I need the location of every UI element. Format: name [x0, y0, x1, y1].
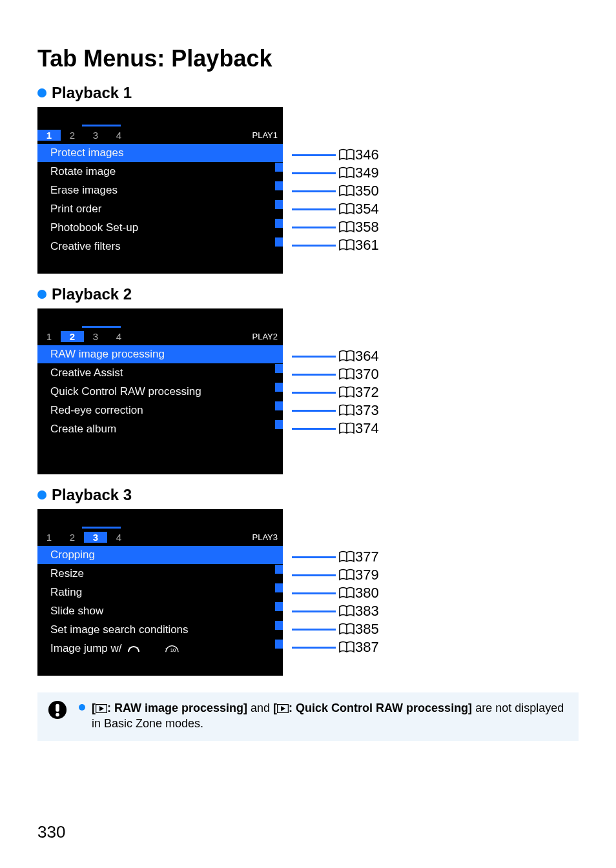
menu-item[interactable]: Slide show	[37, 601, 283, 620]
menu-item[interactable]: Rating	[37, 583, 283, 601]
book-icon	[338, 587, 355, 600]
menu-item[interactable]: Red-eye correction	[37, 401, 283, 419]
playback-tab-icon[interactable]	[82, 509, 121, 529]
menu-screenshot: 1234PLAY3CroppingResizeRatingSlide showS…	[37, 509, 283, 676]
book-icon	[338, 203, 355, 216]
jump10-icon: 10	[165, 644, 180, 653]
custom-tab-icon[interactable]	[200, 107, 239, 126]
play-tab-icon	[277, 704, 289, 713]
mymenu-tab-icon[interactable]	[238, 509, 278, 529]
page-ref: 379	[355, 567, 379, 583]
warning-icon	[48, 700, 67, 732]
bullet-icon	[37, 290, 46, 299]
bullet-icon	[37, 88, 46, 97]
page-ref: 387	[355, 639, 379, 656]
camera-tab-icon[interactable]	[43, 509, 82, 529]
setup-tab-icon[interactable]	[160, 509, 200, 529]
mymenu-tab-icon[interactable]	[238, 107, 278, 126]
menu-screenshot: 1234PLAY2RAW image processingCreative As…	[37, 308, 283, 474]
sub-tab-2[interactable]: 2	[61, 130, 84, 141]
menu-item[interactable]: Image jump w/10	[37, 639, 283, 658]
page-ref: 370	[355, 366, 379, 383]
menu-item[interactable]: Creative Assist	[37, 363, 283, 382]
custom-tab-icon[interactable]	[200, 308, 239, 328]
menu-item[interactable]: Create album	[37, 419, 283, 438]
menu-item[interactable]: Erase images	[37, 181, 283, 199]
menu-item[interactable]: Protect images	[37, 143, 283, 162]
page-ref: 372	[355, 384, 379, 401]
book-icon	[338, 185, 355, 197]
page-refs: 346349350354358361	[292, 146, 379, 254]
top-tab-bar	[37, 107, 283, 126]
sub-tab-2[interactable]: 2	[61, 532, 84, 543]
menu-item[interactable]: Quick Control RAW processing	[37, 382, 283, 401]
mymenu-tab-icon[interactable]	[238, 308, 278, 328]
book-icon	[338, 148, 355, 161]
page-refs: 364370372373374	[292, 347, 379, 438]
bullet-icon	[79, 704, 85, 711]
book-icon	[338, 623, 355, 636]
note-box: [: RAW image processing] and [: Quick Co…	[37, 692, 579, 741]
page-ref: 354	[355, 201, 379, 217]
book-icon	[338, 350, 355, 363]
setup-tab-icon[interactable]	[160, 107, 200, 126]
page-ref: 361	[355, 237, 379, 254]
sub-tab-2[interactable]: 2	[61, 331, 84, 342]
menu-screenshot: 1234PLAY1Protect imagesRotate imageErase…	[37, 107, 283, 274]
wireless-tab-icon[interactable]	[121, 308, 160, 328]
menu-item[interactable]: Print order	[37, 199, 283, 218]
sub-tab-bar: 1234PLAY1	[37, 126, 283, 143]
page-ref: 346	[355, 146, 379, 163]
setup-tab-icon[interactable]	[160, 308, 200, 328]
page-refs: 377379380383385387	[292, 548, 379, 656]
sub-tab-1[interactable]: 1	[37, 532, 61, 543]
top-tab-bar	[37, 308, 283, 328]
note-text: [: RAW image processing] and [: Quick Co…	[92, 700, 568, 732]
wireless-tab-icon[interactable]	[121, 509, 160, 529]
top-tab-bar	[37, 509, 283, 529]
sub-tab-4[interactable]: 4	[107, 331, 130, 342]
page-ref: 349	[355, 165, 379, 181]
svg-text:10: 10	[170, 647, 176, 653]
playback-tab-icon[interactable]	[82, 107, 121, 126]
sub-tab-3[interactable]: 3	[84, 331, 107, 342]
dial-icon	[127, 644, 140, 653]
page-ref: 377	[355, 549, 379, 565]
sub-tab-1[interactable]: 1	[37, 130, 61, 141]
menu-item[interactable]: RAW image processing	[37, 345, 283, 363]
play-tab-icon	[96, 704, 107, 713]
camera-tab-icon[interactable]	[43, 107, 82, 126]
sub-tab-tag: PLAY2	[252, 332, 283, 341]
custom-tab-icon[interactable]	[200, 509, 239, 529]
menu-item[interactable]: Photobook Set-up	[37, 218, 283, 237]
sub-tab-4[interactable]: 4	[107, 130, 130, 141]
page-number: 330	[37, 822, 65, 842]
wireless-tab-icon[interactable]	[121, 107, 160, 126]
page-title: Tab Menus: Playback	[37, 45, 579, 72]
book-icon	[338, 404, 355, 417]
menu-item[interactable]: Resize	[37, 564, 283, 583]
menu-item[interactable]: Rotate image	[37, 162, 283, 181]
book-icon	[338, 386, 355, 399]
sub-tab-tag: PLAY3	[252, 532, 283, 542]
menu-item[interactable]: Cropping	[37, 545, 283, 564]
page-ref: 383	[355, 603, 379, 620]
camera-tab-icon[interactable]	[43, 308, 82, 328]
book-icon	[338, 550, 355, 563]
book-icon	[338, 422, 355, 435]
bullet-icon	[37, 490, 46, 500]
sub-tab-3[interactable]: 3	[84, 532, 107, 543]
sub-tab-1[interactable]: 1	[37, 331, 61, 342]
menu-item[interactable]: Set image search conditions	[37, 620, 283, 639]
menu-item[interactable]: Creative filters	[37, 237, 283, 256]
book-icon	[338, 569, 355, 581]
page-ref: 374	[355, 420, 379, 437]
svg-rect-43	[56, 704, 59, 712]
page-ref: 385	[355, 621, 379, 638]
book-icon	[338, 641, 355, 654]
sub-tab-4[interactable]: 4	[107, 532, 130, 543]
sub-tab-3[interactable]: 3	[84, 130, 107, 141]
section-heading: Playback 2	[52, 285, 132, 303]
playback-tab-icon[interactable]	[82, 308, 121, 328]
sub-tab-bar: 1234PLAY3	[37, 529, 283, 545]
